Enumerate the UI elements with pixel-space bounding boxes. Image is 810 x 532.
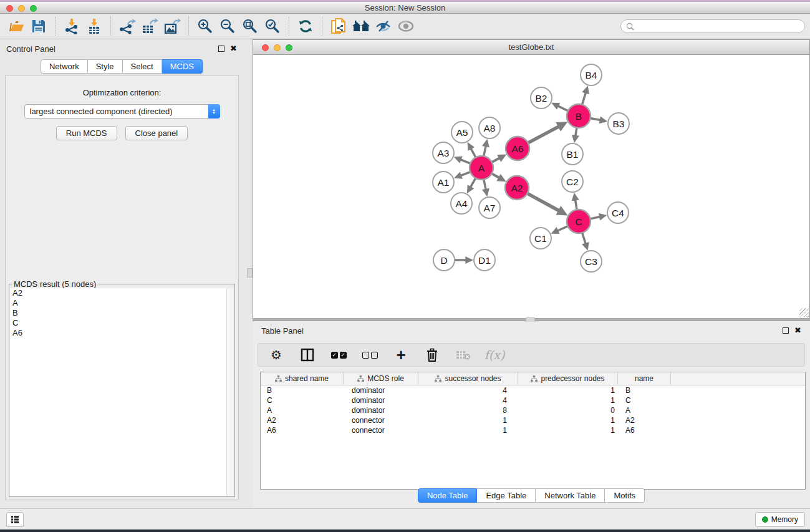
edge-B-B1[interactable] <box>576 128 577 136</box>
table-row[interactable]: A6connector11A6 <box>261 425 805 435</box>
column-header-predecessor-nodes[interactable]: predecessor nodes <box>518 372 618 385</box>
export-image-button[interactable] <box>161 16 183 37</box>
create-column-button[interactable]: + <box>393 347 409 363</box>
close-panel-button[interactable]: Close panel <box>125 126 188 140</box>
table-row[interactable]: A2connector11A2 <box>261 415 805 425</box>
graph-node-label-B4: B4 <box>586 70 597 80</box>
show-columns-button[interactable] <box>299 347 316 363</box>
network-canvas[interactable]: AA1A2A3A4A5A6A7A8BB1B2B3B4CC1C2C3C4DD1 <box>253 55 809 318</box>
duplicate-network-button[interactable] <box>327 16 350 37</box>
edge-A-A4[interactable] <box>471 178 476 188</box>
result-item[interactable]: A6 <box>10 328 234 338</box>
edge-C-C2[interactable] <box>576 200 577 210</box>
close-table-panel-icon[interactable]: ✖ <box>794 327 801 334</box>
show-graphics-details-button[interactable] <box>395 16 417 37</box>
run-mcds-button[interactable]: Run MCDS <box>56 126 117 140</box>
delete-table-icon <box>456 349 471 360</box>
zoom-fit-button[interactable] <box>239 16 261 37</box>
edge-A6-B[interactable] <box>528 127 559 143</box>
edge-C-C4[interactable] <box>591 216 600 218</box>
close-panel-icon[interactable]: ✖ <box>230 46 237 52</box>
edge-A-A8[interactable] <box>484 146 486 156</box>
tab-motifs[interactable]: Motifs <box>605 488 645 503</box>
network-graph: AA1A2A3A4A5A6A7A8BB1B2B3B4CC1C2C3C4DD1 <box>253 55 809 318</box>
edge-arrowhead <box>482 188 489 197</box>
function-builder-button[interactable]: f(x) <box>486 347 503 363</box>
zoom-fit-icon <box>242 18 258 34</box>
zoom-out-button[interactable] <box>216 16 239 37</box>
edge-B-B4[interactable] <box>582 92 586 104</box>
hide-graphics-details-button[interactable] <box>372 16 395 37</box>
tab-edge-table[interactable]: Edge Table <box>477 488 536 503</box>
column-header-MCDS-role[interactable]: MCDS role <box>344 372 418 385</box>
unselect-all-columns-button[interactable] <box>362 347 378 363</box>
column-header-shared-name[interactable]: shared name <box>261 372 344 385</box>
export-table-icon <box>141 18 158 34</box>
import-table-icon <box>86 18 102 34</box>
edge-arrowhead <box>482 139 489 148</box>
table-row[interactable]: Adominator80A <box>261 405 805 415</box>
open-session-button[interactable] <box>5 16 27 37</box>
edge-B-B3[interactable] <box>591 118 600 120</box>
import-network-button[interactable] <box>60 16 83 37</box>
search-input[interactable] <box>637 22 799 31</box>
table-row[interactable]: Cdominator41C <box>261 395 805 405</box>
save-floppy-icon <box>31 19 46 34</box>
tab-node-table[interactable]: Node Table <box>418 488 478 503</box>
refresh-layout-button[interactable] <box>294 16 317 37</box>
home-view-button[interactable] <box>350 16 372 37</box>
tab-network-table[interactable]: Network Table <box>536 488 605 503</box>
float-panel-icon[interactable] <box>218 46 224 52</box>
column-header-name[interactable]: name <box>618 372 671 385</box>
result-item[interactable]: A <box>10 298 234 308</box>
edge-A2-C[interactable] <box>528 193 559 211</box>
edge-A-A6[interactable] <box>492 158 499 162</box>
edge-A-A7[interactable] <box>484 180 486 190</box>
result-list-scrollbar[interactable] <box>226 288 234 496</box>
edge-arrowhead <box>582 85 589 94</box>
edge-A-A1[interactable] <box>461 172 470 176</box>
tab-mcds[interactable]: MCDS <box>162 59 203 74</box>
memory-button[interactable]: Memory <box>755 512 805 527</box>
zoom-in-button[interactable] <box>194 16 216 37</box>
table-settings-button[interactable]: ⚙ <box>268 347 284 363</box>
tab-select[interactable]: Select <box>123 59 162 74</box>
import-table-button[interactable] <box>83 16 105 37</box>
tab-network[interactable]: Network <box>41 59 88 74</box>
save-session-button[interactable] <box>27 16 50 37</box>
show-panels-button[interactable] <box>6 512 24 527</box>
edge-C-C1[interactable] <box>557 226 567 231</box>
edge-A-A2[interactable] <box>492 173 499 178</box>
select-all-columns-button[interactable]: ✓✓ <box>330 347 347 363</box>
delete-table-button[interactable] <box>455 347 471 363</box>
zoom-selected-button[interactable] <box>261 16 284 37</box>
tab-style[interactable]: Style <box>88 59 123 74</box>
main-toolbar <box>0 14 810 39</box>
result-item[interactable]: A2 <box>10 288 234 298</box>
toolbar-separator <box>289 17 289 36</box>
result-item[interactable]: C <box>10 318 234 328</box>
result-item[interactable]: B <box>10 308 234 318</box>
edge-C-C3[interactable] <box>582 233 586 244</box>
delete-column-button[interactable] <box>424 347 440 363</box>
edge-A-A3[interactable] <box>461 160 471 163</box>
vertical-split-handle[interactable] <box>247 268 253 278</box>
window-resize-grip[interactable] <box>799 308 809 317</box>
column-header-successor-nodes[interactable]: successor nodes <box>418 372 518 385</box>
network-view-window: testGlobe.txt AA1A2A3A4A5A6A7A8BB1B2B3B4… <box>253 39 810 319</box>
edge-A-A5[interactable] <box>471 148 476 157</box>
table-cell: 4 <box>418 395 518 405</box>
graph-node-label-B3: B3 <box>613 118 625 129</box>
float-table-panel-icon[interactable] <box>783 327 789 334</box>
search-field[interactable] <box>620 19 805 33</box>
export-table-button[interactable] <box>138 16 161 37</box>
table-row[interactable]: Bdominator41B <box>261 385 805 395</box>
network-window-title: testGlobe.txt <box>253 42 809 52</box>
optimization-criterion-select[interactable]: largest connected component (directed) ▲… <box>24 104 220 118</box>
selected-criterion: largest connected component (directed) <box>25 107 209 116</box>
network-window-titlebar: testGlobe.txt <box>253 40 809 55</box>
hierarchy-icon <box>435 375 441 382</box>
export-network-button[interactable] <box>116 16 138 37</box>
edge-B-B2[interactable] <box>558 106 568 111</box>
table-cell: A6 <box>261 425 344 435</box>
